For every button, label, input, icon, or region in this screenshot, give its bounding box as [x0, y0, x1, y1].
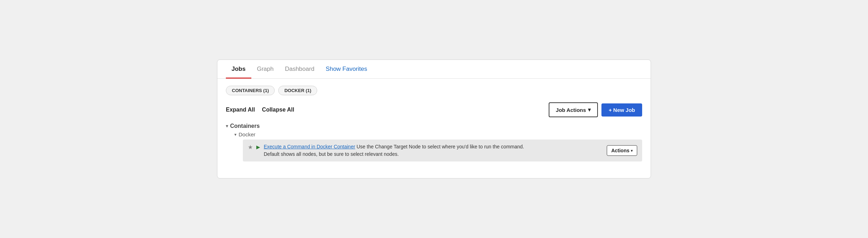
job-actions-label: Job Actions: [556, 107, 586, 113]
job-row-left: ★ ▶ Execute a Command in Docker Containe…: [248, 143, 603, 158]
tag-docker[interactable]: DOCKER (1): [278, 86, 317, 95]
job-actions-button[interactable]: Job Actions ▾: [549, 102, 598, 117]
tree-section: ▾ Containers ▾ Docker ★ ▶ Execute a Comm…: [226, 123, 642, 162]
new-job-button[interactable]: + New Job: [601, 103, 642, 117]
tree-group-containers[interactable]: ▾ Containers: [226, 123, 642, 129]
tree-subgroup-docker: ▾ Docker ★ ▶ Execute a Command in Docker…: [234, 131, 642, 162]
tab-graph[interactable]: Graph: [251, 60, 279, 79]
play-icon[interactable]: ▶: [256, 144, 260, 150]
tree-subgroup-docker-text: Docker: [239, 131, 256, 137]
content-area: CONTAINERS (1) DOCKER (1) Expand All Col…: [217, 79, 651, 169]
job-row: ★ ▶ Execute a Command in Docker Containe…: [243, 140, 642, 162]
job-sub-description: Default shows all nodes, but be sure to …: [264, 151, 399, 157]
collapse-all-button[interactable]: Collapse All: [262, 107, 294, 113]
star-icon[interactable]: ★: [248, 144, 253, 151]
tabs-bar: Jobs Graph Dashboard Show Favorites: [217, 60, 651, 79]
tree-subgroup-docker-label[interactable]: ▾ Docker: [234, 131, 642, 137]
actions-label: Actions: [611, 148, 629, 153]
tab-dashboard[interactable]: Dashboard: [279, 60, 320, 79]
toolbar-left: Expand All Collapse All: [226, 107, 294, 113]
tag-pills: CONTAINERS (1) DOCKER (1): [226, 86, 642, 95]
tab-jobs[interactable]: Jobs: [226, 60, 251, 79]
job-text: Execute a Command in Docker Container Us…: [264, 143, 524, 158]
job-execute-link[interactable]: Execute a Command in Docker Container: [264, 144, 355, 149]
caret-docker-icon: ▾: [234, 132, 236, 137]
actions-button[interactable]: Actions ▾: [607, 145, 637, 156]
new-job-label: + New Job: [609, 107, 635, 113]
tag-containers[interactable]: CONTAINERS (1): [226, 86, 275, 95]
main-container: Jobs Graph Dashboard Show Favorites CONT…: [217, 60, 651, 178]
expand-all-button[interactable]: Expand All: [226, 107, 255, 113]
tab-show-favorites[interactable]: Show Favorites: [320, 60, 373, 79]
job-actions-chevron-icon: ▾: [588, 107, 591, 113]
caret-containers-icon: ▾: [226, 124, 228, 129]
toolbar-right: Job Actions ▾ + New Job: [549, 102, 642, 117]
toolbar-row: Expand All Collapse All Job Actions ▾ + …: [226, 102, 642, 117]
job-description: Use the Change Target Node to select whe…: [355, 144, 524, 149]
actions-chevron-icon: ▾: [631, 149, 633, 153]
tree-group-containers-label: Containers: [230, 123, 260, 129]
